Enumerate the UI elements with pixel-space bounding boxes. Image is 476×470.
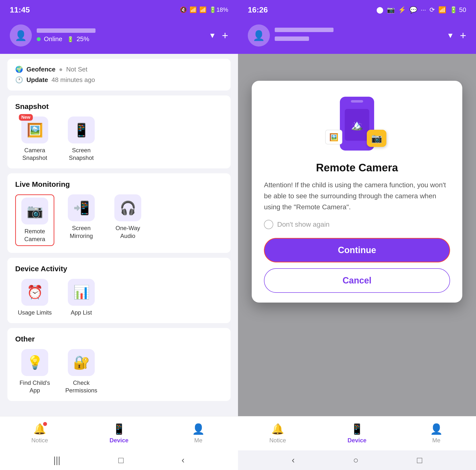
usage-limits-icon-box: ⏰ xyxy=(21,279,48,306)
geofence-row: 🌍 Geofence ● Not Set xyxy=(15,66,223,73)
header-actions-left: ▼ + xyxy=(209,29,228,42)
header-status-right xyxy=(275,34,442,43)
add-btn-right[interactable]: + xyxy=(460,29,466,42)
screen-snapshot-item[interactable]: 📱 Screen Snapshot xyxy=(62,117,101,162)
check-permissions-icon: 🔐 xyxy=(73,355,90,370)
camera-snapshot-icon: 🖼️ xyxy=(27,122,43,138)
sys-home-right[interactable]: ○ xyxy=(353,455,358,465)
device-activity-title: Device Activity xyxy=(15,265,223,273)
one-way-audio-icon-box: 🎧 xyxy=(114,194,141,221)
nav-device-left[interactable]: 📱 Device xyxy=(79,423,159,444)
nav-notice-left[interactable]: 🔔 Notice xyxy=(0,423,79,444)
dont-show-label: Don't show again xyxy=(277,220,330,228)
update-icon: 🕐 xyxy=(15,76,23,84)
app-list-item[interactable]: 📊 App List xyxy=(62,279,101,316)
modal-illustration: 🏔️ 📷 🖼️ xyxy=(264,93,450,154)
system-bar-left: ||| □ ‹ xyxy=(0,450,238,470)
dropdown-btn-right[interactable]: ▼ xyxy=(447,31,454,40)
notif-dot-left xyxy=(43,422,47,426)
usb-icon: ⚡ xyxy=(398,6,406,14)
me-label-right: Me xyxy=(432,437,440,444)
header-status: Online 🔋 25% xyxy=(37,35,204,43)
screen-mirroring-icon: 📲 xyxy=(73,200,90,216)
device-label-left: Device xyxy=(109,437,128,444)
other-section: Other 💡 Find Child's App 🔐 Check Permiss… xyxy=(7,328,231,401)
sys-menu-left[interactable]: ||| xyxy=(53,455,60,465)
sys-back-left[interactable]: ‹ xyxy=(182,455,185,465)
name-bar-right xyxy=(275,28,334,32)
right-bg: 🏔️ 📷 🖼️ Remote Camera Attention! If the … xyxy=(238,54,476,416)
nav-device-right[interactable]: 📱 Device xyxy=(317,423,397,444)
snapshot-section: Snapshot New 🖼️ Camera Snapshot 📱 Screen… xyxy=(7,96,231,168)
live-monitoring-section: Live Monitoring 📷 Remote Camera 📲 Screen… xyxy=(7,173,231,253)
find-childs-app-icon: 💡 xyxy=(27,355,43,370)
device-activity-section: Device Activity ⏰ Usage Limits 📊 App Lis… xyxy=(7,258,231,323)
screen-mirroring-icon-box: 📲 xyxy=(68,194,95,221)
remote-camera-item[interactable]: 📷 Remote Camera xyxy=(15,194,54,246)
message-icon: 💬 xyxy=(409,6,417,14)
camera-status-icon: 📷 xyxy=(387,6,395,14)
check-permissions-item[interactable]: 🔐 Check Permissions xyxy=(62,349,101,394)
dropdown-btn-left[interactable]: ▼ xyxy=(209,31,216,40)
nav-notice-right[interactable]: 🔔 Notice xyxy=(238,423,317,444)
header-info-left: Online 🔋 25% xyxy=(37,28,204,43)
bottom-nav-right: 🔔 Notice 📱 Device 👤 Me xyxy=(238,416,476,450)
name-bar xyxy=(37,28,96,33)
sys-home-left[interactable]: □ xyxy=(118,455,124,465)
wifi-icon-right: 📶 xyxy=(438,6,446,14)
new-badge: New xyxy=(19,114,33,121)
scroll-content-left: 🌍 Geofence ● Not Set 🕐 Update 48 minutes… xyxy=(0,54,238,416)
circle-icon: ⬤ xyxy=(376,6,383,14)
illus-camera: 📷 xyxy=(367,130,386,147)
status-bar-left: 11:45 🔇 📶 📶 🔋18% xyxy=(0,0,238,20)
battery-status: 🔋 25% xyxy=(67,35,89,43)
snapshot-title: Snapshot xyxy=(15,102,223,111)
sys-back-right[interactable]: ‹ xyxy=(292,455,295,465)
cancel-button[interactable]: Cancel xyxy=(264,268,450,293)
me-label-left: Me xyxy=(194,437,202,444)
screen-snapshot-icon: 📱 xyxy=(73,122,90,138)
status-bar-right: 16:26 ⬤ 📷 ⚡ 💬 ··· ⟳ 📶 🔋 50 xyxy=(238,0,476,20)
signal-icon: 📶 xyxy=(199,6,207,13)
status-icons-right: ⬤ 📷 ⚡ 💬 ··· ⟳ 📶 🔋 50 xyxy=(376,6,466,14)
battery-icon-left: 🔋 xyxy=(67,36,74,42)
screen-mirroring-item[interactable]: 📲 Screen Mirroring xyxy=(62,194,101,246)
camera-snapshot-item[interactable]: New 🖼️ Camera Snapshot xyxy=(15,117,54,162)
nav-me-left[interactable]: 👤 Me xyxy=(159,423,238,444)
illus-photo: 🖼️ xyxy=(325,130,342,144)
continue-button[interactable]: Continue xyxy=(264,238,450,262)
usage-limits-item[interactable]: ⏰ Usage Limits xyxy=(15,279,54,316)
status-icons-left: 🔇 📶 📶 🔋18% xyxy=(180,6,228,13)
other-title: Other xyxy=(15,335,223,343)
modal-body: Attention! If the child is using the cam… xyxy=(264,180,450,213)
system-bar-right: ‹ ○ □ xyxy=(238,450,476,470)
sys-recent-right[interactable]: □ xyxy=(417,455,422,465)
notice-label-left: Notice xyxy=(31,437,48,444)
geofence-icon: 🌍 xyxy=(15,66,23,73)
nav-me-right[interactable]: 👤 Me xyxy=(397,423,476,444)
avatar-right: 👤 xyxy=(248,24,270,47)
screen-snapshot-label: Screen Snapshot xyxy=(62,146,101,162)
header-actions-right: ▼ + xyxy=(447,29,466,42)
check-permissions-icon-box: 🔐 xyxy=(68,349,95,376)
one-way-audio-item[interactable]: 🎧 One-Way Audio xyxy=(108,194,147,246)
device-icon-left: 📱 xyxy=(113,423,125,435)
update-row: 🕐 Update 48 minutes ago xyxy=(15,76,223,84)
one-way-audio-icon: 🎧 xyxy=(120,200,136,216)
header-info-right xyxy=(275,28,442,43)
find-childs-app-icon-box: 💡 xyxy=(21,349,48,376)
camera-snapshot-icon-box: New 🖼️ xyxy=(21,117,48,143)
device-label-right: Device xyxy=(347,437,366,444)
dont-show-radio[interactable] xyxy=(264,220,273,229)
add-btn-left[interactable]: + xyxy=(222,29,228,42)
me-icon-right: 👤 xyxy=(430,423,443,435)
left-phone: 11:45 🔇 📶 📶 🔋18% 👤 Online 🔋 25% xyxy=(0,0,238,470)
usage-limits-icon: ⏰ xyxy=(27,285,43,300)
find-childs-app-item[interactable]: 💡 Find Child's App xyxy=(15,349,54,394)
rotate-icon: ⟳ xyxy=(429,6,435,14)
usage-limits-label: Usage Limits xyxy=(18,309,52,316)
modal-title: Remote Camera xyxy=(264,162,450,174)
camera-snapshot-label: Camera Snapshot xyxy=(15,146,54,162)
battery-icon: 🔋18% xyxy=(209,6,228,13)
check-permissions-label: Check Permissions xyxy=(62,379,101,394)
